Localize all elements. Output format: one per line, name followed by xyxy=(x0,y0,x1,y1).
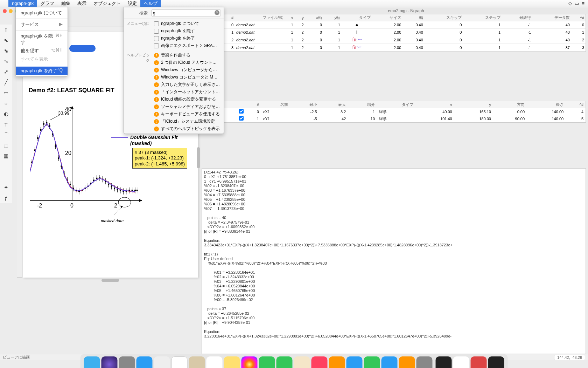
menu-graph[interactable]: グラフ xyxy=(37,0,58,7)
canvas-scroll-h[interactable] xyxy=(102,279,119,282)
dock-keynote-icon[interactable] xyxy=(382,356,398,368)
help-result[interactable]: ngraph-gtk を隠す xyxy=(153,27,224,35)
dock-mail-icon[interactable] xyxy=(154,356,170,368)
dock-notes-icon[interactable] xyxy=(224,356,240,368)
help-icon: ? xyxy=(154,68,159,73)
dock-calendar-icon[interactable] xyxy=(172,356,188,368)
clear-search-icon[interactable]: ✕ xyxy=(215,10,219,15)
menu-about[interactable]: ngraph-gtk について xyxy=(16,9,68,17)
help-topic[interactable]: ?iCloud 機能の設定を変更する xyxy=(153,96,224,103)
help-result[interactable]: 画像にエクスポート > GRA… xyxy=(153,42,224,49)
menu-services[interactable]: サービス▶ xyxy=(16,20,68,29)
tool-vaxis-icon[interactable]: ⟂ xyxy=(0,172,12,182)
menu-edit[interactable]: 編集 xyxy=(58,0,74,7)
tool-page-icon[interactable]: ▯ xyxy=(0,25,12,35)
menu-hide-others[interactable]: 他を隠す⌥⌘H xyxy=(16,47,68,55)
minimize-window-icon[interactable] xyxy=(9,9,13,13)
dock-messages-icon[interactable] xyxy=(259,356,275,368)
dock-launchpad-icon[interactable] xyxy=(119,356,135,368)
dock-maps-icon[interactable] xyxy=(294,356,310,368)
help-topic[interactable]: ?「インターネットアカウント… xyxy=(153,88,224,96)
tool-grid2-icon[interactable]: ▦ xyxy=(0,151,12,161)
axes-table[interactable]: #名前最小最大増分タイプxy方向長さ^# 0cX1-2.53.21線形40.00… xyxy=(224,101,586,123)
tool-curve-icon[interactable]: ⌒ xyxy=(0,130,12,140)
close-window-icon[interactable] xyxy=(3,9,7,13)
menu-help[interactable]: ヘルプ xyxy=(140,0,161,7)
tool-data-icon[interactable]: ⤡ xyxy=(0,56,12,67)
help-topic[interactable]: ?キーボードビューアを使用する xyxy=(153,110,224,118)
table-row[interactable]: 1cY1-54210線形101.40180.0090.00140.005 xyxy=(224,115,586,122)
help-icon: ? xyxy=(154,127,159,131)
dock-separator xyxy=(434,357,434,368)
svg-text:0: 0 xyxy=(70,203,74,209)
tool-text-icon[interactable]: T xyxy=(0,119,12,130)
data-files-table[interactable]: #ファイル/式xyx軸y軸タイプサイズ幅スキップステップ最終行データ数^# 0d… xyxy=(224,14,586,52)
tool-circle-icon[interactable]: ○ xyxy=(0,98,12,109)
axis-visible-checkbox[interactable] xyxy=(239,109,244,114)
help-topic[interactable]: ?入力した文字が正しく表示さ… xyxy=(153,81,224,88)
dock-ngraph-icon[interactable] xyxy=(471,356,487,368)
dock-preferences-icon[interactable] xyxy=(416,356,433,368)
menu-object[interactable]: オブジェクト xyxy=(90,0,124,7)
dock-finder-icon[interactable] xyxy=(84,356,100,368)
dock-facetime-icon[interactable] xyxy=(276,356,293,368)
table-row[interactable]: 0cX1-2.53.21線形40.00165.100.00140.004 xyxy=(224,108,586,115)
fit-output[interactable]: (X:144.42 Y:-43.26) 0 cX1 +1.7513857e+00… xyxy=(202,168,586,354)
tool-rect-icon[interactable]: ▭ xyxy=(0,88,12,98)
help-icon: ? xyxy=(154,112,159,117)
tool-halfcircle-icon[interactable]: ◐ xyxy=(0,109,12,119)
help-result[interactable]: ngraph-gtk について xyxy=(153,20,224,27)
tool-mark-icon[interactable]: ✦ xyxy=(0,182,12,193)
doc-icon xyxy=(154,36,159,41)
dock-itunes-icon[interactable] xyxy=(312,356,328,368)
table-row[interactable]: 3demo2.dat1201fit〰2.000.4001-1373 xyxy=(224,44,586,52)
dock-numbers-icon[interactable] xyxy=(364,356,380,368)
tool-select-icon[interactable]: ⬊ xyxy=(0,46,12,56)
doc-icon xyxy=(154,21,159,26)
help-search-input[interactable] xyxy=(151,9,221,16)
dock-appstore-icon[interactable] xyxy=(346,356,363,368)
tool-func-icon[interactable]: ƒ xyxy=(0,193,12,203)
wifi-icon[interactable]: ◇ xyxy=(568,1,572,6)
table-row[interactable]: 0demo2.dat1201●2.000.4001-1400 xyxy=(224,21,586,29)
dock-app1-icon[interactable] xyxy=(436,356,452,368)
dock-ibooks-icon[interactable] xyxy=(329,356,345,368)
battery-icon[interactable]: ▭ xyxy=(575,1,579,6)
fit-label: Double Gaussian Fit (masked) xyxy=(130,135,198,146)
app-menu[interactable]: ngraph-gtk xyxy=(8,0,37,7)
tool-line-icon[interactable]: ╱ xyxy=(0,77,12,88)
help-topic[interactable]: ?すべてのヘルプトピックを表示 xyxy=(153,125,224,132)
dock-safari-icon[interactable] xyxy=(136,356,153,368)
masked-data-label: masked data xyxy=(101,218,124,224)
axis-visible-checkbox[interactable] xyxy=(239,116,244,121)
menu-quit[interactable]: ngraph-gtk を終了^Q xyxy=(16,67,68,75)
dock-reminders-icon[interactable] xyxy=(206,356,223,368)
help-result[interactable]: ngraph-gtk を終了 xyxy=(153,35,224,42)
help-topic[interactable]: ?「iCloud」システム環境設定 xyxy=(153,118,224,125)
table-row[interactable]: 1demo2.dat1201I2.000.4001-1401 xyxy=(224,29,586,36)
tool-zoom-icon[interactable]: ⤢ xyxy=(0,67,12,77)
help-topic[interactable]: ?音楽を作曲する xyxy=(153,52,224,59)
status-message: ビューアに描画 xyxy=(3,355,30,360)
help-topic[interactable]: ?2 つ目の iCloud アカウント… xyxy=(153,59,224,66)
menu-hide[interactable]: ngraph-gtk を隠す⌘H xyxy=(16,32,68,47)
tool-pointer-icon[interactable]: ⬉ xyxy=(0,35,12,46)
tool-crop-icon[interactable]: ⬚ xyxy=(0,140,12,151)
menu-view[interactable]: 表示 xyxy=(74,0,90,7)
tool-palette: ▯ ⬉ ⬊ ⤡ ⤢ ╱ ▭ ○ ◐ T ⌒ ⬚ ▦ ⊥ ⟂ ✦ ƒ xyxy=(0,25,12,203)
dock-pages-icon[interactable] xyxy=(399,356,415,368)
dock-photos-icon[interactable] xyxy=(241,356,258,368)
dock-contacts-icon[interactable] xyxy=(189,356,205,368)
table-row[interactable]: 2demo2.dat1201fit〰2.000.4001-1402 xyxy=(224,36,586,44)
tool-axis-icon[interactable]: ⊥ xyxy=(0,161,12,172)
menu-settings[interactable]: 設定 xyxy=(124,0,140,7)
help-icon: ? xyxy=(154,75,159,80)
help-topic[interactable]: ?ソーシャルメディアおよびそ… xyxy=(153,103,224,110)
help-topic[interactable]: ?Windows コンピュータと M… xyxy=(153,74,224,81)
dock-siri-icon[interactable] xyxy=(102,356,118,368)
canvas-scroll-v[interactable] xyxy=(197,147,200,168)
menu-extras-icon[interactable]: ≡ xyxy=(582,1,584,6)
help-topic[interactable]: ?Windows コンピュータから… xyxy=(153,66,224,74)
dock-app2-icon[interactable] xyxy=(453,356,469,368)
dock-terminal-icon[interactable] xyxy=(488,356,504,368)
